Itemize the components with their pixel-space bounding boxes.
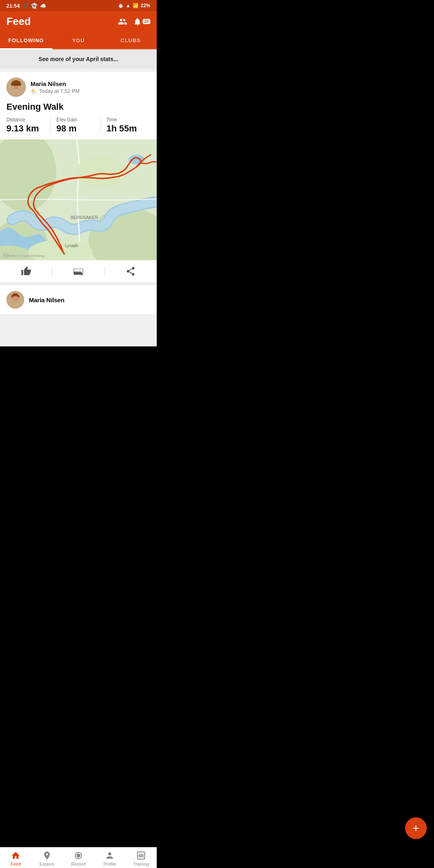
time-label: Time bbox=[106, 117, 145, 123]
user-info: Maria Nilsen ⛅ Today at 7:52 PM bbox=[31, 80, 150, 94]
stats-banner-text: See more of your April stats... bbox=[39, 56, 118, 62]
svg-text:©: © bbox=[4, 254, 7, 257]
friends-button[interactable] bbox=[118, 17, 127, 27]
activity-stats: Distance 9.13 km Elev Gain 98 m Time 1h … bbox=[0, 117, 157, 139]
avatar-svg bbox=[6, 78, 26, 97]
activity-map[interactable]: BERGSAKER Lynadh © Mapbox © OpenStreetMa… bbox=[0, 139, 157, 260]
snapchat-icon: 👻 bbox=[31, 3, 37, 9]
page-title: Feed bbox=[6, 15, 31, 28]
distance-label: Distance bbox=[6, 117, 45, 123]
thumbs-up-icon bbox=[21, 266, 31, 276]
tab-clubs[interactable]: CLUBS bbox=[104, 33, 157, 49]
activity-action-bar bbox=[0, 260, 157, 282]
activity-card: Maria Nilsen ⛅ Today at 7:52 PM Evening … bbox=[0, 72, 157, 282]
feed-tabs: FOLLOWING YOU CLUBS bbox=[0, 33, 157, 49]
activity-user-name[interactable]: Maria Nilsen bbox=[31, 80, 150, 87]
bell-icon bbox=[133, 17, 142, 26]
spotify-icon: 🎵 bbox=[22, 3, 29, 9]
elev-gain-value: 98 m bbox=[56, 123, 94, 134]
elev-gain-label: Elev Gain bbox=[56, 117, 94, 123]
map-svg: BERGSAKER Lynadh © Mapbox © OpenStreetMa… bbox=[0, 139, 157, 260]
activity-time: ⛅ Today at 7:52 PM bbox=[31, 88, 150, 94]
map-sublabel: Lynadh bbox=[65, 244, 78, 248]
battery-text: 22% bbox=[141, 3, 150, 8]
header-actions: 20 bbox=[118, 17, 150, 27]
tab-you[interactable]: YOU bbox=[52, 33, 104, 49]
share-icon bbox=[125, 266, 136, 276]
cloud-status-icon: ☁️ bbox=[40, 3, 46, 9]
map-location-label: BERGSAKER bbox=[71, 215, 98, 220]
cloud-icon: ⛅ bbox=[31, 88, 37, 94]
activity-header: Maria Nilsen ⛅ Today at 7:52 PM bbox=[0, 72, 157, 100]
user-avatar[interactable] bbox=[6, 78, 26, 97]
friends-icon bbox=[118, 17, 127, 27]
notification-count: 20 bbox=[143, 19, 150, 24]
activity-timestamp: Today at 7:52 PM bbox=[39, 88, 80, 94]
avatar-image bbox=[6, 78, 26, 97]
app-header: Feed 20 bbox=[0, 11, 157, 33]
share-button[interactable] bbox=[105, 266, 157, 276]
second-user-name: Maria Nilsen bbox=[29, 297, 64, 303]
stat-distance: Distance 9.13 km bbox=[6, 117, 51, 134]
second-activity-preview[interactable]: Maria Nilsen bbox=[0, 285, 157, 314]
notifications-button[interactable]: 20 bbox=[133, 17, 150, 26]
alarm-icon: ⏰ bbox=[118, 3, 124, 8]
svg-point-5 bbox=[12, 90, 20, 97]
status-time: 21:54 bbox=[6, 3, 20, 9]
tab-following[interactable]: FOLLOWING bbox=[0, 33, 52, 49]
comment-icon bbox=[73, 266, 84, 276]
stat-elev-gain: Elev Gain 98 m bbox=[56, 117, 100, 134]
distance-value: 9.13 km bbox=[6, 123, 45, 134]
signal-icon: 📶 bbox=[133, 3, 139, 8]
stats-banner[interactable]: See more of your April stats... bbox=[0, 49, 157, 69]
stat-time: Time 1h 55m bbox=[106, 117, 150, 134]
svg-text:© Mapbox © OpenStreetMap: © Mapbox © OpenStreetMap bbox=[3, 254, 45, 258]
svg-point-11 bbox=[76, 156, 125, 188]
second-avatar-svg bbox=[6, 291, 24, 309]
time-value: 1h 55m bbox=[106, 123, 145, 134]
status-bar: 21:54 🎵 👻 ☁️ ⏰ ▲ 📶 22% bbox=[0, 0, 157, 11]
second-user-avatar bbox=[6, 291, 24, 309]
comment-button[interactable] bbox=[52, 266, 104, 276]
activity-title[interactable]: Evening Walk bbox=[0, 100, 157, 117]
wifi-icon: ▲ bbox=[126, 3, 131, 8]
kudos-button[interactable] bbox=[0, 266, 52, 276]
